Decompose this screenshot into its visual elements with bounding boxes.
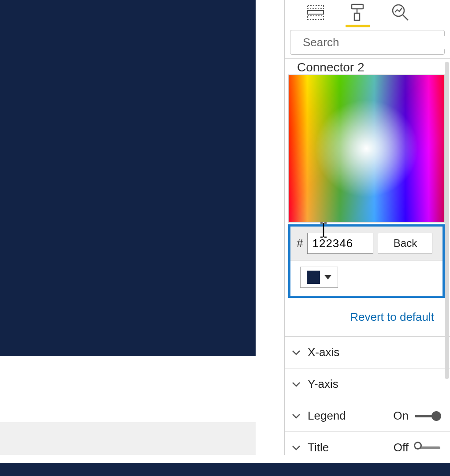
svg-rect-0 <box>308 5 324 9</box>
current-color-swatch <box>307 271 320 284</box>
svg-rect-3 <box>352 4 363 9</box>
status-bar-area <box>0 455 450 463</box>
accordion-label: X-axis <box>308 346 339 359</box>
accordion-legend[interactable]: Legend On <box>285 400 450 431</box>
chevron-down-icon <box>291 347 301 358</box>
legend-toggle[interactable] <box>415 412 440 420</box>
hex-entry-highlight: # Back <box>288 224 445 298</box>
chevron-down-icon <box>324 275 331 279</box>
accordion-label: Y-axis <box>308 377 338 391</box>
search-input[interactable] <box>303 36 446 49</box>
hash-label: # <box>297 237 303 250</box>
format-icon <box>348 3 368 22</box>
visualizations-format-pane: Connector 2 <box>284 0 450 455</box>
visual-background <box>0 0 256 356</box>
accordion-y-axis[interactable]: Y-axis <box>285 368 450 400</box>
accordion-x-axis[interactable]: X-axis <box>285 336 450 368</box>
toggle-state-label: On <box>393 409 409 423</box>
accordion-label: Legend <box>308 409 346 423</box>
tab-fields[interactable] <box>303 3 328 27</box>
svg-rect-2 <box>308 16 324 19</box>
back-button[interactable]: Back <box>378 233 432 254</box>
page-tab-strip-area <box>0 422 256 455</box>
title-toggle[interactable] <box>415 443 440 452</box>
chevron-down-icon <box>291 443 301 453</box>
pane-scrollbar[interactable] <box>445 62 449 379</box>
fields-icon <box>306 3 325 22</box>
hex-input[interactable] <box>307 233 373 254</box>
accordion-title[interactable]: Title Off <box>285 431 450 455</box>
analytics-icon <box>390 3 410 22</box>
color-picker-popup: # Back <box>288 74 445 298</box>
svg-rect-1 <box>308 11 324 14</box>
color-spectrum[interactable] <box>288 74 445 223</box>
chevron-down-icon <box>291 379 301 390</box>
report-canvas <box>0 0 284 455</box>
pane-tabs <box>285 0 450 29</box>
search-input-wrapper[interactable] <box>290 30 445 55</box>
toggle-state-label: Off <box>394 441 409 454</box>
accordion-label: Title <box>308 441 329 454</box>
tab-analytics[interactable] <box>388 3 413 27</box>
window-chrome-bottom <box>0 463 450 476</box>
color-swatch-dropdown[interactable] <box>300 267 338 288</box>
tab-format[interactable] <box>346 3 370 27</box>
svg-rect-4 <box>354 13 360 20</box>
revert-to-default-link[interactable]: Revert to default <box>285 298 450 336</box>
chevron-down-icon <box>291 411 301 421</box>
svg-rect-9 <box>289 75 444 222</box>
data-series-label: Connector 2 <box>285 59 450 74</box>
